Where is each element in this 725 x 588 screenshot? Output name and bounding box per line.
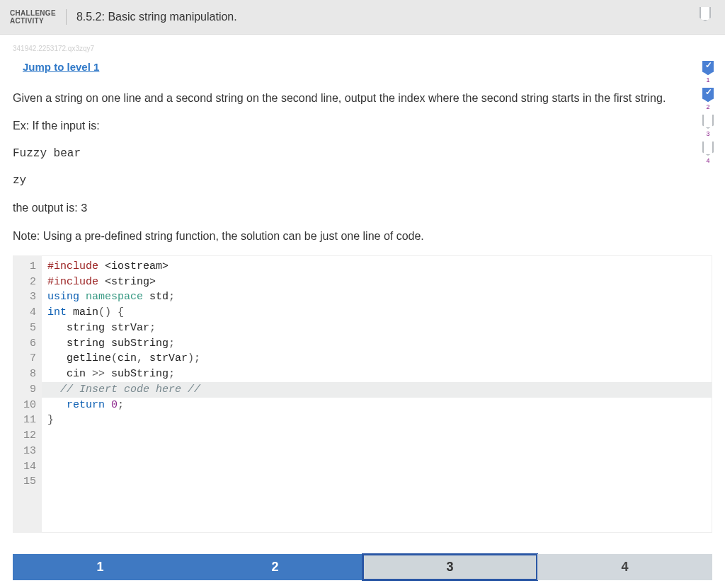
line-number: 7 xyxy=(19,351,36,367)
code-editor[interactable]: 1 2 3 4 5 6 7 8 9 10 11 12 13 14 15 #inc… xyxy=(13,255,712,533)
challenge-label-line2: ACTIVITY xyxy=(10,17,56,25)
line-number: 12 xyxy=(19,428,36,444)
code-line-3: using namespace std; xyxy=(47,289,712,305)
meta-id: 341942.2253172.qx3zqy7 xyxy=(13,45,712,52)
code-line-1: #include <iostream> xyxy=(47,259,712,275)
line-number: 5 xyxy=(19,321,36,336)
sample-input-2: zy xyxy=(13,172,678,190)
line-number: 1 xyxy=(19,259,36,275)
side-step-3[interactable]: 3 xyxy=(702,115,714,137)
line-number: 14 xyxy=(19,459,36,475)
line-number: 3 xyxy=(19,289,36,305)
problem-p2: Ex: If the input is: xyxy=(13,117,678,135)
code-line-14: return 0; xyxy=(47,398,712,413)
line-number: 13 xyxy=(19,444,36,459)
code-line-12: // Insert code here // xyxy=(42,382,712,398)
level-tabs: 1 2 3 4 xyxy=(13,554,712,580)
code-line-9: getline(cin, strVar); xyxy=(47,351,712,367)
empty-shield-icon xyxy=(702,142,714,156)
side-step-label: 4 xyxy=(706,157,709,164)
level-tab-1[interactable]: 1 xyxy=(13,554,188,580)
code-line-6: string strVar; xyxy=(47,321,712,336)
code-line-10: cin >> subString; xyxy=(47,367,712,382)
side-step-4[interactable]: 4 xyxy=(702,142,714,164)
code-line-2: #include <string> xyxy=(47,275,712,290)
problem-p1: Given a string on one line and a second … xyxy=(13,90,678,108)
line-number: 6 xyxy=(19,336,36,352)
problem-p3-value: 3 xyxy=(81,202,88,215)
code-line-15: } xyxy=(47,413,712,428)
challenge-header: CHALLENGE ACTIVITY 8.5.2: Basic string m… xyxy=(0,0,725,35)
line-number-gutter: 1 2 3 4 5 6 7 8 9 10 11 12 13 14 15 xyxy=(13,256,42,532)
code-area[interactable]: #include <iostream> #include <string> us… xyxy=(42,256,712,532)
side-step-label: 3 xyxy=(706,130,709,137)
problem-p3: the output is: 3 xyxy=(13,200,678,218)
side-step-2[interactable]: 2 xyxy=(702,88,714,110)
line-number: 9 xyxy=(19,382,36,398)
activity-title: 8.5.2: Basic string manipulation. xyxy=(76,11,700,23)
level-tab-2[interactable]: 2 xyxy=(188,554,362,580)
challenge-label: CHALLENGE ACTIVITY xyxy=(10,9,67,25)
line-number: 15 xyxy=(19,474,36,490)
check-icon xyxy=(702,61,714,75)
line-number: 2 xyxy=(19,275,36,290)
problem-p3-prefix: the output is: xyxy=(13,202,81,214)
side-step-1[interactable]: 1 xyxy=(702,61,714,83)
line-number: 8 xyxy=(19,367,36,382)
line-number: 11 xyxy=(19,413,36,428)
sample-input-1: Fuzzy bear xyxy=(13,145,678,163)
problem-p4: Note: Using a pre-defined string functio… xyxy=(13,228,678,246)
line-number: 4 xyxy=(19,305,36,321)
side-step-label: 2 xyxy=(706,103,709,110)
level-tab-3[interactable]: 3 xyxy=(362,554,537,580)
empty-shield-icon xyxy=(702,115,714,129)
level-tab-4[interactable]: 4 xyxy=(537,554,712,580)
line-number: 10 xyxy=(19,398,36,413)
jump-to-level-link[interactable]: Jump to level 1 xyxy=(23,61,99,73)
side-progress: 1 2 3 4 xyxy=(702,61,714,164)
problem-statement: Given a string on one line and a second … xyxy=(13,90,678,246)
side-step-label: 1 xyxy=(706,76,709,83)
bookmark-icon[interactable] xyxy=(700,7,715,27)
challenge-label-line1: CHALLENGE xyxy=(10,9,56,17)
check-icon xyxy=(702,88,714,102)
code-line-5: int main() { xyxy=(47,305,712,321)
code-line-7: string subString; xyxy=(47,336,712,352)
